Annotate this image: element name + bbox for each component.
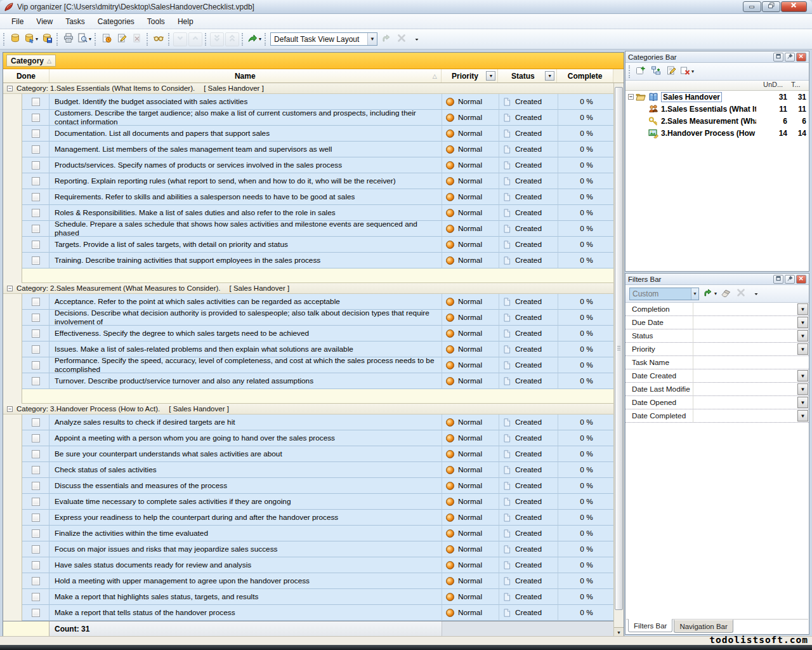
done-checkbox[interactable]	[32, 145, 40, 154]
done-checkbox[interactable]	[32, 418, 40, 427]
tree-item-2-sales-measurement-what[interactable]: 2.Sales Measurement (What66	[625, 115, 809, 127]
done-checkbox[interactable]	[32, 256, 40, 265]
layout-combo[interactable]: Default Task View Layout ▼	[270, 32, 377, 46]
move-top-button[interactable]	[225, 32, 239, 46]
column-header-done[interactable]: Done	[3, 69, 49, 83]
task-row[interactable]: Check status of sales activitiesNormalCr…	[3, 462, 615, 478]
scrollbar-thumb[interactable]	[615, 87, 623, 610]
menu-item-view[interactable]: View	[30, 15, 59, 28]
task-row[interactable]: Analyze sales results to check if desire…	[3, 415, 615, 430]
menu-item-help[interactable]: Help	[171, 15, 200, 28]
column-header-priority[interactable]: Priority ▼	[442, 69, 499, 83]
done-checkbox[interactable]	[32, 434, 40, 442]
task-row[interactable]: Performance. Specify the speed, accuracy…	[3, 357, 615, 373]
total-column-header[interactable]: T...	[791, 81, 808, 88]
tree-item-3-handover-process-how-to[interactable]: 3.Handover Process (How to1414	[625, 127, 809, 139]
done-checkbox[interactable]	[32, 114, 40, 122]
task-row[interactable]: Training. Describe training activities t…	[3, 253, 615, 269]
panel-pin-button[interactable]	[785, 53, 795, 62]
panel-restore-button[interactable]	[773, 275, 783, 284]
task-row[interactable]: Effectiveness. Specify the degree to whi…	[3, 326, 615, 342]
print-preview-button[interactable]: ▾	[77, 32, 92, 46]
done-checkbox[interactable]	[32, 209, 40, 217]
menu-item-categories[interactable]: Categories	[91, 15, 141, 28]
chevron-down-icon[interactable]: ▾	[89, 36, 91, 42]
more-caret-button[interactable]	[749, 287, 763, 301]
category-edit-button[interactable]	[664, 65, 678, 79]
category-new-button[interactable]	[634, 65, 648, 79]
category-group-header[interactable]: −Category: 1.Sales Essentials (What Item…	[3, 83, 615, 94]
panel-close-button[interactable]	[796, 53, 806, 62]
db-save-button[interactable]	[40, 32, 54, 46]
share-button[interactable]: ▾	[247, 32, 262, 46]
collapse-button[interactable]: −	[7, 406, 13, 412]
done-checkbox[interactable]	[32, 161, 40, 169]
task-row[interactable]: Acceptance. Refer to the point at which …	[3, 294, 615, 310]
task-row[interactable]: Hold a meeting with upper management to …	[3, 573, 615, 589]
done-checkbox[interactable]	[32, 314, 40, 322]
task-row[interactable]: Decisions. Describe what decision author…	[3, 310, 615, 326]
done-checkbox[interactable]	[32, 498, 40, 506]
filter-dropdown-button[interactable]: ▼	[797, 303, 808, 315]
task-row[interactable]: Reporting. Explain reporting rules (what…	[3, 173, 615, 189]
close-button[interactable]	[781, 1, 807, 12]
menu-item-tools[interactable]: Tools	[141, 15, 171, 28]
filter-dropdown-button[interactable]: ▼	[797, 330, 808, 342]
eraser-button[interactable]	[719, 287, 733, 301]
move-up-button[interactable]	[188, 32, 202, 46]
move-down-button[interactable]	[173, 32, 187, 46]
undone-column-header[interactable]: UnD...	[763, 81, 789, 88]
category-group-header[interactable]: −Category: 2.Sales Measurement (What Mea…	[3, 283, 615, 294]
status-filter-button[interactable]: ▼	[545, 71, 554, 81]
tab-filters-bar[interactable]: Filters Bar	[628, 619, 672, 632]
task-new-button[interactable]	[100, 32, 114, 46]
vertical-scrollbar[interactable]: ▼	[613, 83, 624, 637]
chevron-down-icon[interactable]: ▼	[367, 33, 377, 45]
done-checkbox[interactable]	[32, 225, 40, 233]
filter-dropdown-button[interactable]: ▼	[797, 370, 808, 381]
done-checkbox[interactable]	[32, 329, 40, 338]
task-row[interactable]: Customers. Describe the target audience;…	[3, 110, 615, 126]
task-row[interactable]: Express your readiness to help the count…	[3, 510, 615, 526]
task-row[interactable]: Targets. Provide a list of sales targets…	[3, 237, 615, 253]
glasses-button[interactable]	[152, 32, 166, 46]
done-checkbox[interactable]	[32, 593, 40, 601]
done-checkbox[interactable]	[32, 482, 40, 490]
chevron-down-icon[interactable]: ▾	[691, 69, 694, 74]
category-child-button[interactable]	[649, 65, 663, 79]
done-checkbox[interactable]	[32, 450, 40, 458]
chevron-down-icon[interactable]: ▾	[259, 36, 261, 42]
panel-restore-button[interactable]	[773, 53, 783, 62]
filter-dropdown-button[interactable]: ▼	[797, 397, 808, 408]
task-row[interactable]: Make a report that highlights sales stat…	[3, 589, 615, 605]
done-checkbox[interactable]	[32, 545, 40, 554]
task-delete-button[interactable]	[130, 32, 144, 46]
apply-filter-button[interactable]: ▾	[702, 287, 717, 301]
filter-dropdown-button[interactable]: ▼	[797, 343, 808, 355]
task-row[interactable]: Focus on major issues and risks that may…	[3, 541, 615, 557]
task-row[interactable]: Make a report that tells status of the h…	[3, 605, 615, 621]
task-row[interactable]: Documentation. List all documents and pa…	[3, 126, 615, 142]
done-checkbox[interactable]	[32, 561, 40, 569]
chevron-down-icon[interactable]: ▾	[714, 291, 717, 296]
tree-item-1-sales-essentials-what-ite[interactable]: 1.Sales Essentials (What Ite1111	[625, 103, 809, 115]
restore-button[interactable]	[762, 1, 780, 12]
category-delete-button[interactable]: ▾	[679, 65, 695, 79]
group-by-chip-category[interactable]: Category △	[6, 55, 56, 67]
done-checkbox[interactable]	[32, 345, 40, 354]
task-row[interactable]: Management. List members of the sales ma…	[3, 142, 615, 157]
task-row[interactable]: Issues. Make a list of sales-related pro…	[3, 342, 615, 357]
done-checkbox[interactable]	[32, 609, 40, 617]
task-row[interactable]: Evaluate time necessary to complete sale…	[3, 494, 615, 510]
task-row[interactable]: Have sales status documents ready for re…	[3, 557, 615, 573]
task-row[interactable]: Appoint a meeting with a person whom you…	[3, 430, 615, 446]
done-checkbox[interactable]	[32, 177, 40, 185]
panel-pin-button[interactable]	[785, 275, 795, 284]
task-edit-button[interactable]	[115, 32, 129, 46]
priority-filter-button[interactable]: ▼	[486, 71, 495, 81]
tree-item-sales-handover[interactable]: −Sales Handover3131	[625, 91, 809, 103]
db-open-button[interactable]: ▾	[23, 32, 39, 46]
minimize-button[interactable]	[743, 1, 761, 12]
clear-button[interactable]	[734, 287, 748, 301]
task-row[interactable]: Be sure your counterpart understands wha…	[3, 446, 615, 462]
